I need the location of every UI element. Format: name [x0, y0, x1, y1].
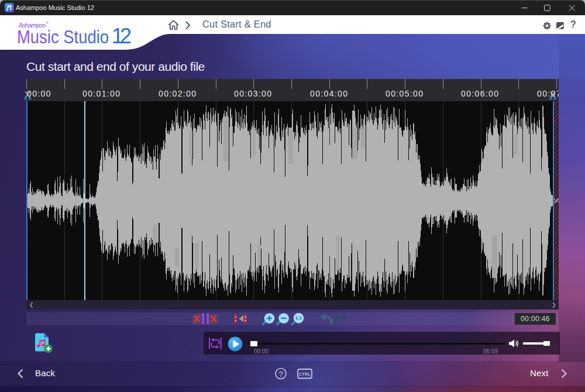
svg-text:®: ®: [46, 21, 49, 25]
svg-text:?: ?: [278, 370, 283, 379]
svg-text:1:1: 1:1: [295, 315, 302, 321]
svg-text:Music Studio: Music Studio: [17, 27, 109, 47]
svg-text:CTRL: CTRL: [299, 372, 311, 376]
svg-text:12: 12: [112, 24, 132, 48]
